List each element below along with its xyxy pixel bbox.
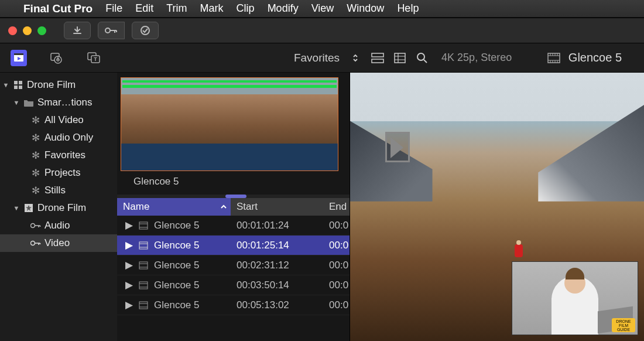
sidebar-smart-favorites[interactable]: ✻ Favorites <box>0 146 117 164</box>
gear-icon: ✻ <box>30 132 41 143</box>
column-start[interactable]: Start <box>231 198 323 216</box>
viewer-panel: DRONE FILM GUIDE <box>350 73 644 341</box>
app-toolbar: T Favorites 4K 25p, Stereo Glencoe 5 <box>0 43 644 73</box>
background-tasks-button[interactable] <box>132 22 159 39</box>
clip-appearance-icon[interactable] <box>371 52 384 64</box>
svg-rect-17 <box>14 86 18 89</box>
svg-rect-10 <box>372 53 383 57</box>
menu-view[interactable]: View <box>311 2 334 15</box>
svg-rect-24 <box>139 242 148 249</box>
column-name[interactable]: Name <box>117 201 231 213</box>
window-close-button[interactable] <box>8 26 17 35</box>
disclosure-triangle-icon[interactable]: ▼ <box>13 99 20 106</box>
double-chevron-icon[interactable] <box>349 52 362 64</box>
clip-row[interactable]: ▶ Glencoe 5 00:03:50:14 00:0 <box>117 275 350 295</box>
svg-point-0 <box>105 28 110 33</box>
search-icon[interactable] <box>416 52 429 64</box>
keyword-editor-button[interactable] <box>98 22 125 39</box>
svg-point-13 <box>417 53 424 60</box>
clip-end: 00:0 <box>323 299 350 311</box>
column-end[interactable]: End <box>323 198 350 216</box>
play-triangle-icon[interactable]: ▶ <box>125 219 133 231</box>
viewer-image[interactable]: DRONE FILM GUIDE <box>350 73 644 341</box>
clip-end: 00:0 <box>323 260 350 271</box>
column-end-label: End <box>329 201 347 213</box>
menu-window[interactable]: Window <box>347 2 384 15</box>
clip-icon <box>139 241 148 250</box>
menu-edit[interactable]: Edit <box>135 2 153 15</box>
clip-list-header: Name Start End <box>117 198 350 216</box>
menu-file[interactable]: File <box>105 2 122 15</box>
svg-point-22 <box>31 241 35 245</box>
sidebar-item-label: Audio Only <box>44 132 93 144</box>
svg-rect-12 <box>395 53 405 63</box>
window-toolbar <box>0 18 644 43</box>
clip-name: Glencoe 5 <box>154 299 200 311</box>
clip-start: 00:03:50:14 <box>231 279 323 291</box>
filter-popup-label[interactable]: Favorites <box>294 52 340 64</box>
sidebar-event-drone-film[interactable]: ▼ Drone Film <box>0 199 117 217</box>
clip-start: 00:02:31:12 <box>231 260 323 271</box>
svg-point-21 <box>31 224 35 228</box>
window-minimize-button[interactable] <box>23 26 32 35</box>
sidebar-keyword-audio[interactable]: Audio <box>0 217 117 234</box>
list-view-icon[interactable] <box>393 52 406 64</box>
clip-start: 00:05:13:02 <box>231 299 323 311</box>
photos-audio-tab-icon[interactable] <box>48 50 64 66</box>
sidebar-smart-audio-only[interactable]: ✻ Audio Only <box>0 129 117 146</box>
clip-list: Name Start End ▶ Glencoe 5 00:01:01:24 0… <box>117 198 350 341</box>
play-triangle-icon[interactable]: ▶ <box>125 239 133 251</box>
window-zoom-button[interactable] <box>37 26 46 35</box>
sidebar-folder-smart[interactable]: ▼ Smar…tions <box>0 94 117 111</box>
sidebar-library-drone-film[interactable]: ▼ Drone Film <box>0 76 117 94</box>
sidebar-smart-projects[interactable]: ✻ Projects <box>0 164 117 182</box>
clip-icon <box>139 281 148 289</box>
clip-name: Glencoe 5 <box>154 240 200 251</box>
filmstrip-thumbnail[interactable] <box>121 77 338 171</box>
play-triangle-icon[interactable]: ▶ <box>125 299 133 311</box>
folder-icon <box>23 97 34 108</box>
clip-end: 00:0 <box>323 279 350 291</box>
menu-modify[interactable]: Modify <box>268 2 299 15</box>
svg-rect-16 <box>19 81 22 84</box>
four-squares-icon <box>13 80 23 90</box>
clip-row[interactable]: ▶ Glencoe 5 00:05:13:02 00:0 <box>117 295 350 315</box>
clip-row[interactable]: ▶ Glencoe 5 00:01:01:24 00:0 <box>117 216 350 236</box>
clip-browser: Glencoe 5 Name Start End ▶ Glencoe 5 <box>117 73 350 341</box>
clip-row[interactable]: ▶ Glencoe 5 00:02:31:12 00:0 <box>117 255 350 275</box>
menu-clip[interactable]: Clip <box>237 2 255 15</box>
sidebar-item-label: Projects <box>44 167 80 179</box>
menu-trim[interactable]: Trim <box>166 2 187 15</box>
column-name-label: Name <box>123 201 149 213</box>
svg-rect-3 <box>14 53 23 55</box>
titles-generators-tab-icon[interactable]: T <box>85 50 102 66</box>
disclosure-triangle-icon[interactable]: ▼ <box>2 81 9 88</box>
play-triangle-icon[interactable]: ▶ <box>125 259 133 271</box>
svg-text:T: T <box>94 56 97 62</box>
sidebar-item-label: Audio <box>44 220 70 231</box>
clip-name: Glencoe 5 <box>154 260 200 271</box>
clip-name: Glencoe 5 <box>154 279 200 291</box>
gear-icon: ✻ <box>30 150 41 161</box>
event-star-icon <box>23 203 34 213</box>
app-name[interactable]: Final Cut Pro <box>23 2 93 15</box>
gear-icon: ✻ <box>30 185 41 196</box>
svg-rect-11 <box>372 59 383 63</box>
sidebar-item-label: Drone Film <box>37 202 86 214</box>
sidebar-smart-stills[interactable]: ✻ Stills <box>0 182 117 199</box>
svg-rect-15 <box>14 81 18 84</box>
gear-icon: ✻ <box>30 115 41 125</box>
library-sidebar: ▼ Drone Film ▼ Smar…tions ✻ All Video ✻ … <box>0 73 117 341</box>
macos-menubar: Final Cut Pro File Edit Trim Mark Clip M… <box>0 0 644 18</box>
sidebar-smart-all-video[interactable]: ✻ All Video <box>0 111 117 129</box>
disclosure-triangle-icon[interactable]: ▼ <box>13 204 20 212</box>
play-triangle-icon[interactable]: ▶ <box>125 279 133 291</box>
import-button[interactable] <box>64 22 91 39</box>
menu-help[interactable]: Help <box>397 2 419 15</box>
library-tab-icon[interactable] <box>11 50 27 66</box>
sidebar-item-label: Favorites <box>44 149 85 161</box>
sidebar-keyword-video[interactable]: Video <box>0 234 117 252</box>
clip-row[interactable]: ▶ Glencoe 5 00:01:25:14 00:0 <box>117 236 350 255</box>
menu-mark[interactable]: Mark <box>200 2 224 15</box>
browser-scrollbar[interactable] <box>117 195 350 198</box>
